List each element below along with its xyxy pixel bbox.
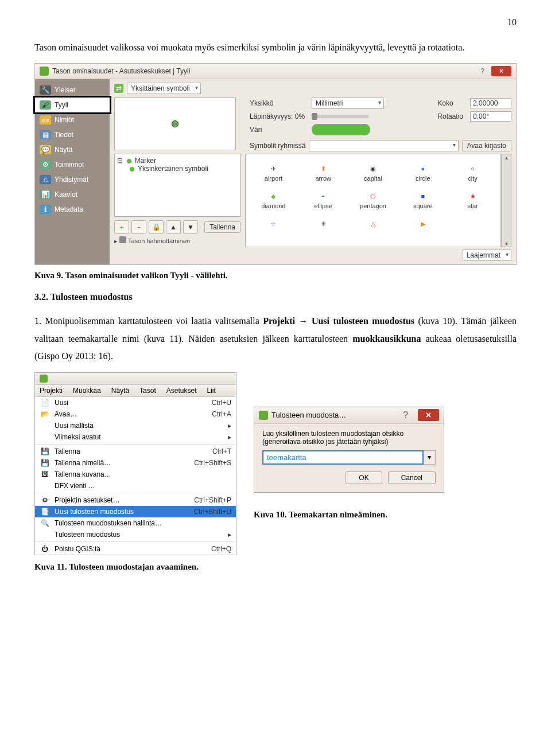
symbol-star[interactable]: ★star [448, 188, 497, 212]
menu-liit[interactable]: Liit [207, 387, 215, 395]
menu-projekti[interactable]: Projekti [40, 387, 63, 395]
close-button[interactable]: × [491, 66, 511, 76]
color-button[interactable] [312, 124, 370, 135]
ring-icon: ○ [448, 162, 497, 175]
remove-layer-button[interactable]: － [131, 220, 146, 234]
close-button[interactable]: × [418, 409, 439, 421]
menu-item-projektin-asetukset-[interactable]: ⚙Projektin asetukset…Ctrl+Shift+P [35, 494, 236, 506]
disk-icon: 💾 [40, 458, 50, 467]
symbol-layer-tree[interactable]: ⊟ Marker Yksinkertainen symboli [114, 154, 240, 217]
groups-combo[interactable] [309, 140, 458, 151]
shortcut-label: Ctrl+U [212, 399, 231, 407]
menu-item-uusi-mallista[interactable]: Uusi mallista▸ [35, 420, 236, 431]
diamond-icon: ◆ [249, 190, 298, 202]
menu-asetukset[interactable]: Asetukset [166, 387, 197, 395]
help-button[interactable]: ? [403, 410, 408, 420]
table-icon: ▦ [40, 130, 51, 139]
menu-näytä[interactable]: Näytä [111, 387, 129, 395]
file-icon: 📄 [40, 398, 50, 407]
qgis-logo-icon [40, 67, 49, 76]
symbol-scrollbar[interactable]: ▴▾ [501, 154, 511, 247]
menu-tasot[interactable]: Tasot [139, 387, 156, 395]
menu-item-tulosteen-muodostus[interactable]: Tulosteen muodostus▸ [35, 529, 236, 540]
save-symbol-button[interactable]: Tallenna [204, 221, 240, 233]
symbol-city[interactable]: ○city [448, 160, 497, 184]
ok-button[interactable]: OK [346, 471, 382, 484]
tab-metadata[interactable]: ℹMetadata [35, 202, 110, 217]
symbol-pentagon[interactable]: ⬠pentagon [349, 188, 398, 212]
add-layer-button[interactable]: ＋ [114, 220, 129, 234]
shortcut-label: Ctrl+Shift+U [194, 508, 231, 516]
open-library-button[interactable]: Avaa kirjasto [462, 140, 511, 151]
menu-item-viimeksi-avatut[interactable]: Viimeksi avatut▸ [35, 431, 236, 443]
shortcut-label: Ctrl+A [212, 410, 231, 418]
menu-item-poistu-qgis-t-[interactable]: ⏻Poistu QGIS:täCtrl+Q [35, 543, 236, 555]
symbol-capital[interactable]: ◉capital [349, 160, 398, 184]
help-button[interactable]: ? [480, 67, 484, 75]
tab-diagrams[interactable]: 📊Kaaviot [35, 187, 110, 202]
opacity-slider[interactable] [312, 115, 369, 118]
submenu-arrow-icon: ▸ [228, 433, 231, 441]
img-icon: 🖼 [40, 470, 50, 479]
scroll-up-icon[interactable]: ▴ [502, 154, 511, 161]
symbol-circle[interactable]: ●circle [398, 160, 447, 184]
symbol-extra3[interactable]: △ [349, 215, 398, 232]
page-number: 10 [34, 17, 517, 28]
layer-properties-dialog: Tason ominaisuudet - Asutuskeskukset | T… [34, 63, 517, 265]
abc-icon: abc [40, 115, 51, 124]
wrench-icon: 🔧 [40, 85, 51, 95]
symbol-ellipse[interactable]: ●ellipse [299, 188, 348, 212]
cancel-button[interactable]: Cancel [388, 471, 436, 484]
symbol-diamond[interactable]: ◆diamond [249, 188, 298, 212]
circle-icon: ● [398, 162, 447, 175]
renderer-combo[interactable]: Yksittäinen symboli [127, 83, 201, 94]
shortcut-label: Ctrl+T [212, 447, 231, 455]
composer-title-dialog: Tulosteen muodosta… ? × Luo yksilöllinen… [254, 407, 444, 493]
menu-item-tulosteen-muodostuksen-hallinta-[interactable]: 🔍Tulosteen muodostuksen hallinta… [35, 517, 236, 529]
menubar [35, 373, 236, 385]
square-icon: ■ [398, 190, 447, 202]
caption-11: Kuva 11. Tulosteen muodostajan avaaminen… [34, 562, 517, 572]
symbol-airport[interactable]: ✈airport [249, 160, 298, 184]
tree-simple-node[interactable]: Yksinkertainen symboli [117, 165, 238, 173]
tab-actions[interactable]: ⚙Toiminnot [35, 157, 110, 172]
triangle-icon: △ [349, 217, 398, 230]
symbol-arrow[interactable]: ⬆arrow [299, 160, 348, 184]
power-icon: ⏻ [40, 544, 50, 554]
unit-combo[interactable]: Millimetri [312, 98, 384, 109]
symbol-square[interactable]: ■square [398, 188, 447, 212]
size-spinner[interactable]: 2,00000 [470, 98, 511, 108]
scroll-down-icon[interactable]: ▾ [502, 240, 511, 247]
symbol-extra1[interactable]: ☆ [249, 215, 298, 232]
tab-style[interactable]: 🖌Tyyli [33, 96, 111, 114]
opacity-label: Läpinäkyvyys: 0% [250, 112, 305, 120]
menu-item-tallenna-nimell-[interactable]: 💾Tallenna nimellä…Ctrl+Shift+S [35, 457, 236, 469]
rotation-label: Rotaatio [437, 112, 463, 120]
menu-item-tallenna-kuvana-[interactable]: 🖼Tallenna kuvana… [35, 469, 236, 480]
menu-item-tallenna[interactable]: 💾TallennaCtrl+T [35, 446, 236, 457]
tab-rendering[interactable]: 💬Näytä [35, 142, 110, 157]
advanced-button[interactable]: Laajemmat [463, 250, 511, 261]
menu-item-uusi-tulosteen-muodostus[interactable]: 📑Uusi tulosteen muodostusCtrl+Shift+U [35, 506, 236, 517]
move-up-button[interactable]: ▲ [166, 220, 181, 234]
dropdown-button[interactable]: ▾ [424, 450, 436, 465]
tab-labels[interactable]: abcNimiöt [35, 112, 110, 127]
preview-label: Tason hahmottaminen [128, 237, 190, 244]
menu-item-avaa-[interactable]: 📂Avaa…Ctrl+A [35, 408, 236, 420]
play-icon: ▶ [398, 217, 447, 230]
menu-item-uusi[interactable]: 📄UusiCtrl+U [35, 397, 236, 408]
move-down-button[interactable]: ▼ [183, 220, 198, 234]
menu-muokkaa[interactable]: Muokkaa [73, 387, 101, 395]
tab-joins[interactable]: ⎌Yhdistymät [35, 172, 110, 187]
rotation-spinner[interactable]: 0,00° [470, 111, 511, 122]
tree-marker-node[interactable]: ⊟ Marker [117, 157, 238, 165]
menu-item-dfx-vienti-[interactable]: DFX vienti … [35, 480, 236, 492]
symbol-extra4[interactable]: ▶ [398, 215, 447, 232]
tab-fields[interactable]: ▦Tiedot [35, 127, 110, 142]
lock-layer-button[interactable]: 🔒 [149, 220, 164, 234]
size-label: Koko [437, 99, 463, 107]
title-input[interactable]: teemakartta [262, 450, 424, 465]
menu-item-label: Uusi [55, 399, 207, 407]
symbol-extra2[interactable]: ✳ [299, 215, 348, 232]
groups-label: Symbolit ryhmissä [250, 142, 305, 150]
